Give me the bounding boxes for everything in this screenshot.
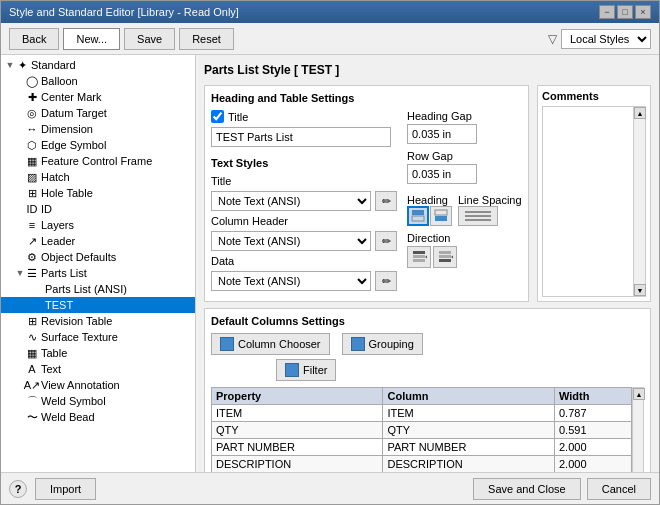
view-annotation-icon: A↗ (25, 379, 39, 391)
direction-label: Direction (407, 232, 522, 244)
sidebar-item-edge-symbol[interactable]: ⬡ Edge Symbol (1, 137, 195, 153)
sidebar-item-label: Table (41, 347, 67, 359)
help-button[interactable]: ? (9, 480, 27, 498)
sidebar-item-weld-symbol[interactable]: ⌒ Weld Symbol (1, 393, 195, 409)
data-style-select[interactable]: Note Text (ANSI) (211, 271, 371, 291)
weld-symbol-icon: ⌒ (25, 395, 39, 407)
cell-width: 0.591 (554, 422, 631, 439)
sidebar-item-view-annotation[interactable]: A↗ View Annotation (1, 377, 195, 393)
filter-button[interactable]: Filter (276, 359, 336, 381)
title-checkbox[interactable] (211, 110, 224, 123)
toggle-icon[interactable]: ▼ (15, 268, 25, 278)
save-and-close-button[interactable]: Save and Close (473, 478, 581, 500)
sidebar-item-hole-table[interactable]: ⊞ Hole Table (1, 185, 195, 201)
table-row[interactable]: DESCRIPTIONDESCRIPTION2.000 (212, 456, 632, 473)
title-style-select[interactable]: Note Text (ANSI) (211, 191, 371, 211)
sidebar-item-leader[interactable]: ↗ Leader (1, 233, 195, 249)
cancel-button[interactable]: Cancel (587, 478, 651, 500)
object-defaults-icon: ⚙ (25, 251, 39, 263)
scroll-track (634, 119, 645, 284)
minimize-button[interactable]: − (599, 5, 615, 19)
back-button[interactable]: Back (9, 28, 59, 50)
table-scrollbar[interactable]: ▲ ▼ (632, 387, 644, 472)
heading-label: Heading (407, 194, 452, 206)
sidebar-item-label: Surface Texture (41, 331, 118, 343)
heading-gap-input[interactable]: 0.035 in (407, 124, 477, 144)
window-title: Style and Standard Editor [Library - Rea… (9, 6, 239, 18)
sidebar-item-parts-list[interactable]: ▼ ☰ Parts List (1, 265, 195, 281)
import-button[interactable]: Import (35, 478, 96, 500)
line-spacing-btn[interactable] (458, 206, 498, 226)
sidebar-item-dimension[interactable]: ↔ Dimension (1, 121, 195, 137)
surface-texture-icon: ∿ (25, 331, 39, 343)
sidebar-item-object-defaults[interactable]: ⚙ Object Defaults (1, 249, 195, 265)
new-button[interactable]: New... (63, 28, 120, 50)
reset-button[interactable]: Reset (179, 28, 234, 50)
cell-width: 2.000 (554, 456, 631, 473)
sidebar-item-hatch[interactable]: ▨ Hatch (1, 169, 195, 185)
sidebar-item-id[interactable]: ID ID (1, 201, 195, 217)
toggle-icon (15, 92, 25, 102)
sidebar-item-parts-list-ansi[interactable]: Parts List (ANSI) (1, 281, 195, 297)
comments-label: Comments (542, 90, 646, 102)
table-scroll-up[interactable]: ▲ (633, 388, 645, 400)
direction-btn-1[interactable] (407, 246, 431, 268)
close-button[interactable]: × (635, 5, 651, 19)
sidebar-item-datum-target[interactable]: ◎ Datum Target (1, 105, 195, 121)
sidebar-item-revision-table[interactable]: ⊞ Revision Table (1, 313, 195, 329)
line-spacing-label: Line Spacing (458, 194, 522, 206)
comments-scrollbar[interactable]: ▲ ▼ (633, 107, 645, 296)
filter-select[interactable]: Local Styles (561, 29, 651, 49)
direction-btn-2[interactable] (433, 246, 457, 268)
text-styles-title: Text Styles (211, 157, 397, 169)
table-row[interactable]: PART NUMBERPART NUMBER2.000 (212, 439, 632, 456)
data-style-label: Data (211, 255, 291, 267)
svg-rect-9 (413, 259, 425, 262)
column-header-style-select[interactable]: Note Text (ANSI) (211, 231, 371, 251)
title-bar-buttons: − □ × (599, 5, 651, 19)
column-header-style-edit-button[interactable]: ✏ (375, 231, 397, 251)
sidebar-item-text[interactable]: A Text (1, 361, 195, 377)
title-input[interactable]: TEST Parts List (211, 127, 391, 147)
hatch-icon: ▨ (25, 171, 39, 183)
column-header-style-label: Column Header (211, 215, 291, 227)
svg-rect-2 (435, 210, 447, 215)
main-window: Style and Standard Editor [Library - Rea… (0, 0, 660, 505)
sidebar-item-balloon[interactable]: ◯ Balloon (1, 73, 195, 89)
heading-icon-btn-2[interactable] (430, 206, 452, 226)
columns-table: Property Column Width ITEMITEM0.787QTYQT… (211, 387, 632, 472)
sidebar-item-center-mark[interactable]: ✚ Center Mark (1, 89, 195, 105)
sidebar-item-label: Dimension (41, 123, 93, 135)
sidebar-item-label: ID (41, 203, 52, 215)
toggle-icon[interactable]: ▼ (5, 60, 15, 70)
data-style-edit-button[interactable]: ✏ (375, 271, 397, 291)
title-bar: Style and Standard Editor [Library - Rea… (1, 1, 659, 23)
svg-rect-13 (439, 259, 451, 262)
col-header-width: Width (554, 388, 631, 405)
text-icon: A (25, 363, 39, 375)
save-button[interactable]: Save (124, 28, 175, 50)
sidebar-item-layers[interactable]: ≡ Layers (1, 217, 195, 233)
maximize-button[interactable]: □ (617, 5, 633, 19)
scroll-down-arrow[interactable]: ▼ (634, 284, 646, 296)
column-header-style-row: Column Header (211, 215, 397, 227)
grouping-button[interactable]: Grouping (342, 333, 423, 355)
sidebar-item-weld-bead[interactable]: 〜 Weld Bead (1, 409, 195, 425)
title-style-edit-button[interactable]: ✏ (375, 191, 397, 211)
table-row[interactable]: QTYQTY0.591 (212, 422, 632, 439)
sidebar-item-parts-list-test[interactable]: TEST (1, 297, 195, 313)
scroll-up-arrow[interactable]: ▲ (634, 107, 646, 119)
cell-property: QTY (212, 422, 383, 439)
toolbar: Back New... Save Reset ▽ Local Styles (1, 23, 659, 55)
sidebar-item-label: Text (41, 363, 61, 375)
sidebar-item-standard[interactable]: ▼ ✦ Standard (1, 57, 195, 73)
table-row[interactable]: ITEMITEM0.787 (212, 405, 632, 422)
row-gap-input[interactable]: 0.035 in (407, 164, 477, 184)
toggle-icon (15, 332, 25, 342)
column-chooser-button[interactable]: Column Chooser (211, 333, 330, 355)
heading-icon-btn-1[interactable] (407, 206, 429, 226)
sidebar-item-table[interactable]: ▦ Table (1, 345, 195, 361)
bottom-bar: ? Import Save and Close Cancel (1, 472, 659, 504)
sidebar-item-feature-control[interactable]: ▦ Feature Control Frame (1, 153, 195, 169)
sidebar-item-surface-texture[interactable]: ∿ Surface Texture (1, 329, 195, 345)
